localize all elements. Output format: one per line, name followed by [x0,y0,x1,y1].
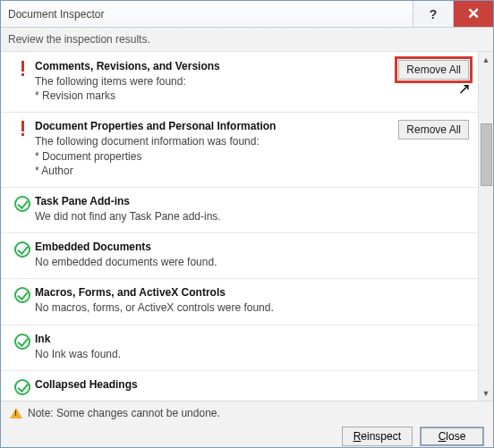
footer: Note: Some changes cannot be undone. Rei… [1,401,493,448]
result-section: Macros, Forms, and ActiveX ControlsNo ma… [1,279,478,325]
help-button[interactable]: ? [413,1,453,27]
subtitle: Review the inspection results. [1,28,493,52]
remove-all-button[interactable]: Remove All [398,60,469,80]
check-icon [14,196,30,212]
window-title: Document Inspector [1,8,413,21]
section-detail: The following document information was f… [35,134,388,148]
scroll-down-icon[interactable]: ▼ [479,385,493,401]
results-list: Comments, Revisions, and VersionsThe fol… [1,52,478,401]
section-heading: Task Pane Add-ins [35,195,388,207]
section-heading: Macros, Forms, and ActiveX Controls [35,286,388,299]
section-heading: Collapsed Headings [35,378,388,391]
result-section: Comments, Revisions, and VersionsThe fol… [1,53,478,113]
section-detail: * Author [35,164,388,178]
section-heading: Document Properties and Personal Informa… [35,120,388,132]
section-detail: * Document properties [35,149,388,164]
section-detail: * Revision marks [35,89,388,103]
result-section: Document Properties and Personal Informa… [1,113,478,188]
section-detail: No embedded documents were found. [35,255,388,269]
check-icon [14,379,30,395]
titlebar: Document Inspector ? ✕ [1,1,493,28]
alert-icon [20,121,25,137]
close-button[interactable]: Close [420,427,484,446]
scroll-thumb[interactable] [481,123,492,186]
section-detail: We did not find any Task Pane add-ins. [35,209,388,224]
scroll-up-icon[interactable]: ▲ [479,52,493,67]
check-icon [14,287,30,303]
reinspect-button[interactable]: Reinspect [342,427,413,446]
result-section: Embedded DocumentsNo embedded documents … [1,233,478,279]
close-window-button[interactable]: ✕ [453,1,493,27]
close-icon: ✕ [467,6,480,21]
scrollbar[interactable]: ▲ ▼ [478,52,493,401]
result-section: Task Pane Add-insWe did not find any Tas… [1,188,478,233]
remove-all-button[interactable]: Remove All [398,120,469,139]
check-icon [14,241,30,258]
section-detail: No Ink was found. [35,347,388,361]
section-heading: Embedded Documents [35,241,388,253]
section-heading: Comments, Revisions, and Versions [35,60,388,72]
cursor-icon: ↖ [458,80,471,98]
result-section: InkNo Ink was found. [1,325,478,371]
section-heading: Ink [35,333,388,345]
warning-icon [10,408,22,418]
section-detail: No macros, forms, or ActiveX controls we… [35,300,388,315]
section-detail: The following items were found: [35,74,388,89]
footer-note: Note: Some changes cannot be undone. [28,407,220,419]
check-icon [14,334,30,350]
result-section: Collapsed Headings [1,371,478,401]
alert-icon [20,61,25,77]
